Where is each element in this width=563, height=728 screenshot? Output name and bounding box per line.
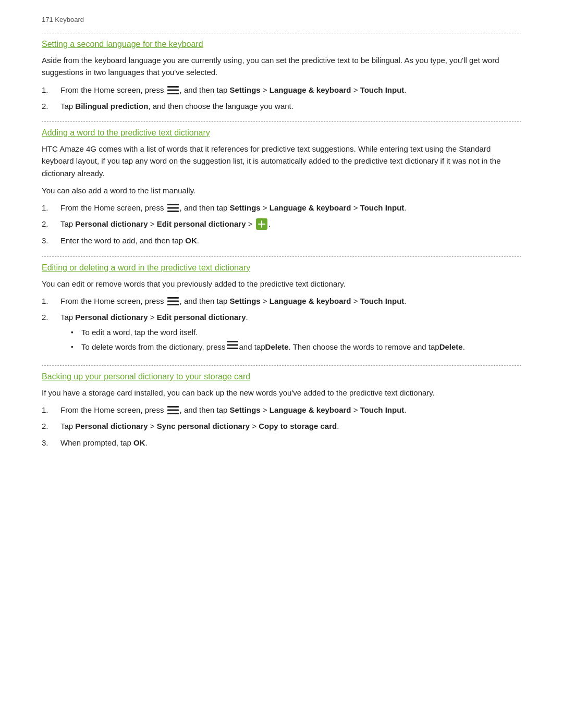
text-normal: From the Home screen, press <box>60 405 166 414</box>
text-normal: . <box>404 85 406 94</box>
menu-icon <box>227 340 238 350</box>
list-item: To edit a word, tap the word itself. <box>71 326 521 338</box>
svg-rect-2 <box>167 93 179 94</box>
step-content: Tap Personal dictionary > Edit personal … <box>60 218 521 230</box>
text-normal: . <box>404 405 406 414</box>
svg-rect-17 <box>167 413 179 414</box>
text-normal: > <box>351 85 360 94</box>
svg-rect-14 <box>227 348 238 349</box>
list-item: 2.Tap Personal dictionary > Sync persona… <box>42 420 521 432</box>
text-normal: Enter the word to add, and then tap <box>60 236 185 245</box>
section-body-editing-word: You can edit or remove words that you pr… <box>42 278 521 290</box>
list-item: 3.Enter the word to add, and then tap OK… <box>42 235 521 246</box>
text-normal: To edit a word, tap the word itself. <box>81 326 198 338</box>
section-title-backing-up: Backing up your personal dictionary to y… <box>42 372 521 381</box>
text-normal: . <box>197 236 199 245</box>
svg-rect-5 <box>167 211 179 212</box>
text-bold: Language & keyboard <box>270 297 351 305</box>
text-normal: . <box>463 341 465 353</box>
text-normal: > <box>148 422 157 430</box>
step-number: 3. <box>42 437 60 449</box>
step-number: 1. <box>42 404 60 416</box>
step-content: From the Home screen, press , and then t… <box>60 404 521 416</box>
step-content: From the Home screen, press , and then t… <box>60 84 521 96</box>
text-bold: Copy to storage card <box>259 422 337 430</box>
step-number: 1. <box>42 202 60 214</box>
text-normal: > <box>261 297 270 305</box>
text-bold: Language & keyboard <box>270 85 351 94</box>
text-normal: From the Home screen, press <box>60 203 166 212</box>
svg-rect-4 <box>167 207 179 209</box>
text-bold: Edit personal dictionary <box>157 219 246 228</box>
step-number: 2. <box>42 100 60 112</box>
svg-rect-3 <box>167 204 179 205</box>
svg-rect-13 <box>227 344 238 346</box>
section-title-adding-word: Adding a word to the predictive text dic… <box>42 128 521 138</box>
section-adding-word: Adding a word to the predictive text dic… <box>42 128 521 247</box>
text-bold: Language & keyboard <box>270 203 351 212</box>
svg-rect-9 <box>167 297 179 299</box>
list-item: 1.From the Home screen, press , and then… <box>42 84 521 96</box>
step-content: From the Home screen, press , and then t… <box>60 295 521 307</box>
text-bold: Touch Input <box>360 297 405 305</box>
text-normal: . <box>404 297 406 305</box>
svg-rect-12 <box>227 341 238 342</box>
list-item: To delete words from the dictionary, pre… <box>71 341 521 353</box>
menu-icon <box>167 297 179 306</box>
text-normal: . <box>337 422 339 430</box>
bullet-list: To edit a word, tap the word itself.To d… <box>71 326 521 353</box>
section-divider <box>42 121 521 122</box>
section-backing-up: Backing up your personal dictionary to y… <box>42 372 521 449</box>
text-bold: Personal dictionary <box>75 313 148 322</box>
step-number: 2. <box>42 420 60 432</box>
text-normal: > <box>261 405 270 414</box>
text-normal: Tap <box>60 219 75 228</box>
text-bold: Sync personal dictionary <box>157 422 250 430</box>
section-body-adding-word: HTC Amaze 4G comes with a list of words … <box>42 143 521 179</box>
text-normal: When prompted, tap <box>60 438 133 447</box>
text-bold: Edit personal dictionary <box>157 313 246 322</box>
text-normal: > <box>246 219 255 228</box>
list-item: 2.Tap Personal dictionary > Edit persona… <box>42 218 521 230</box>
page-header: 171 Keyboard <box>42 16 521 23</box>
list-item: 1.From the Home screen, press , and then… <box>42 295 521 307</box>
steps-list-second-language: 1.From the Home screen, press , and then… <box>42 84 521 113</box>
text-normal: Tap <box>60 422 75 430</box>
svg-rect-16 <box>167 410 179 411</box>
text-bold: Delete <box>265 341 289 353</box>
svg-rect-1 <box>167 89 179 91</box>
text-normal: > <box>250 422 259 430</box>
section-body-backing-up: If you have a storage card installed, yo… <box>42 387 521 399</box>
text-normal: > <box>148 313 157 322</box>
list-item: 3.When prompted, tap OK. <box>42 437 521 449</box>
text-bold: OK <box>185 236 197 245</box>
section-divider <box>42 33 521 33</box>
step-number: 2. <box>42 311 60 323</box>
list-item: 2.Tap Personal dictionary > Edit persona… <box>42 311 521 356</box>
text-normal: , and then choose the language you want. <box>148 102 293 110</box>
text-normal: From the Home screen, press <box>60 297 166 305</box>
step-number: 1. <box>42 295 60 307</box>
text-normal: Tap <box>60 102 75 110</box>
text-bold: Settings <box>230 297 261 305</box>
section-divider <box>42 256 521 257</box>
text-normal: > <box>148 219 157 228</box>
text-bold: Bilingual prediction <box>75 102 148 110</box>
text-normal: , and then tap <box>180 297 230 305</box>
section-divider <box>42 365 521 366</box>
text-bold: Settings <box>230 85 261 94</box>
list-item: 1.From the Home screen, press , and then… <box>42 404 521 416</box>
text-bold: Touch Input <box>360 405 405 414</box>
step-content: Tap Personal dictionary > Sync personal … <box>60 420 521 432</box>
steps-list-editing-word: 1.From the Home screen, press , and then… <box>42 295 521 356</box>
step-content: When prompted, tap OK. <box>60 437 521 449</box>
list-item: 1.From the Home screen, press , and then… <box>42 202 521 214</box>
text-bold: Personal dictionary <box>75 219 148 228</box>
text-bold: Settings <box>230 405 261 414</box>
section-body-second-language: Aside from the keyboard language you are… <box>42 54 521 79</box>
text-normal: , and then tap <box>180 203 230 212</box>
svg-rect-11 <box>167 304 179 305</box>
text-normal: , and then tap <box>180 405 230 414</box>
steps-list-backing-up: 1.From the Home screen, press , and then… <box>42 404 521 449</box>
text-normal: . <box>145 438 148 447</box>
